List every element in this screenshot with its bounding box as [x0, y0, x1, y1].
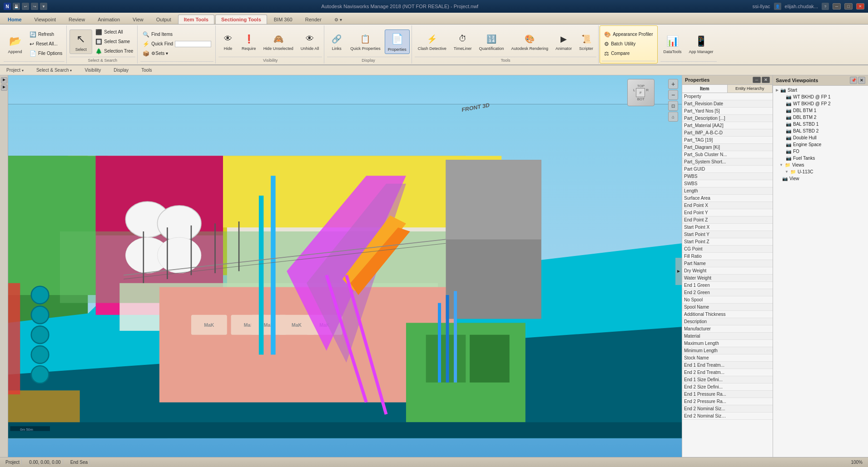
tab-item-tools[interactable]: Item Tools	[178, 15, 214, 24]
property-row[interactable]: End Point Y	[682, 209, 773, 216]
require-button[interactable]: ❗ Require	[238, 31, 259, 53]
tab-bim360[interactable]: BIM 360	[268, 15, 298, 24]
properties-list[interactable]: PropertyPart_Revision DatePart_Yard Nos …	[682, 93, 773, 467]
property-row[interactable]: CG Point	[682, 246, 773, 253]
appearance-profiler-button[interactable]: 🎨 Appearance Profiler	[602, 30, 655, 39]
property-row[interactable]: Start Point X	[682, 224, 773, 231]
viewpoint-item[interactable]: 📷BAL STBD 1	[774, 121, 867, 128]
scroll-right[interactable]: ▶	[675, 258, 682, 285]
tab-review[interactable]: Review	[63, 15, 91, 24]
animator-button[interactable]: ▶ Animator	[552, 31, 575, 53]
select-all-button[interactable]: ⬛ Select All	[93, 28, 135, 37]
close-button[interactable]: ✕	[856, 3, 864, 10]
viewpoint-item[interactable]: ▼📁Views	[774, 162, 867, 168]
viewpoint-item[interactable]: 📷FO	[774, 148, 867, 155]
property-row[interactable]: End 1 End Treatm...	[682, 362, 773, 369]
property-row[interactable]: Part Name	[682, 260, 773, 267]
expand-icon[interactable]: ▼	[785, 170, 789, 174]
property-row[interactable]: End Point X	[682, 202, 773, 209]
quick-find-button[interactable]: ⚡ Quick Find	[140, 39, 213, 49]
expand-icon[interactable]: ▶	[776, 88, 779, 92]
property-row[interactable]: End 1 Pressure Ra...	[682, 391, 773, 398]
viewpoint-item[interactable]: 📷WT BKHD @ FP 2	[774, 100, 867, 107]
tools-tab[interactable]: Tools	[139, 67, 154, 74]
property-row[interactable]: Spool Name	[682, 304, 773, 311]
app-manager-button[interactable]: 📱 App Manager	[686, 32, 717, 56]
property-row[interactable]: Dry Weight	[682, 267, 773, 275]
batch-utility-button[interactable]: ⚙ Batch Utility	[602, 39, 655, 49]
property-row[interactable]: Part_Yard Nos [5]	[682, 108, 773, 115]
home-button[interactable]: ⌂	[668, 112, 678, 122]
property-row[interactable]: End 2 Size Defini...	[682, 383, 773, 391]
property-row[interactable]: Stock Name	[682, 354, 773, 362]
refresh-button[interactable]: 🔄 Refresh	[27, 30, 64, 39]
property-row[interactable]: No Spool	[682, 296, 773, 304]
append-button[interactable]: 📂 Append	[4, 32, 26, 56]
property-row[interactable]: End 2 Nominal Size...	[682, 413, 773, 420]
quick-find-input[interactable]	[175, 41, 211, 47]
gutter-btn-2[interactable]: ▶	[1, 84, 7, 91]
project-dropdown[interactable]: Project ▾	[4, 67, 26, 74]
save-icon[interactable]: 💾	[13, 3, 20, 10]
select-button[interactable]: ↖ Select	[69, 29, 92, 54]
reset-all-button[interactable]: ↩ Reset All...	[27, 39, 64, 49]
viewpoint-item[interactable]: 📷BAL STBD 2	[774, 128, 867, 134]
property-row[interactable]: Start Point Y	[682, 231, 773, 238]
viewpoint-item[interactable]: 📷Fuel Tanks	[774, 155, 867, 162]
file-options-button[interactable]: 📄 File Options	[27, 49, 64, 58]
property-row[interactable]: Property	[682, 93, 773, 100]
viewpoint-item[interactable]: 📷DBL BTM 2	[774, 114, 867, 121]
minimize-button[interactable]: ─	[833, 3, 841, 10]
compare-button[interactable]: ⚖ Compare	[602, 49, 655, 58]
property-row[interactable]: SWBS	[682, 180, 773, 187]
property-row[interactable]: Additional Thickness	[682, 311, 773, 318]
unhide-all-button[interactable]: 👁 Unhide All	[298, 31, 322, 53]
viewpoint-item[interactable]: 📷Double Hull	[774, 134, 867, 141]
props-tab-item[interactable]: Item	[682, 85, 728, 93]
viewpoint-item[interactable]: 📷DBL BTM 1	[774, 107, 867, 114]
property-row[interactable]: Manufacturer	[682, 325, 773, 333]
quantification-button[interactable]: 🔢 Quantification	[476, 31, 507, 53]
property-row[interactable]: Surface Area	[682, 195, 773, 202]
property-row[interactable]: End Point Z	[682, 216, 773, 224]
nav-cube[interactable]: TOP LFR BOT	[627, 79, 655, 106]
property-row[interactable]: End 1 Green	[682, 282, 773, 289]
property-row[interactable]: Part_Revision Date	[682, 100, 773, 108]
property-row[interactable]: Part_IMP_A-B-C-D	[682, 129, 773, 137]
property-row[interactable]: Length	[682, 187, 773, 195]
vp-close-button[interactable]: ✕	[858, 77, 865, 84]
expand-icon[interactable]: ▼	[779, 163, 783, 167]
gutter-btn-1[interactable]: ▶	[1, 77, 7, 84]
property-row[interactable]: Material	[682, 333, 773, 340]
clash-detective-button[interactable]: ⚡ Clash Detective	[415, 31, 450, 53]
undo-icon[interactable]: ↩	[22, 3, 29, 10]
viewpoint-item[interactable]: 📷View	[774, 175, 867, 182]
tab-sectioning-tools[interactable]: Sectioning Tools	[215, 15, 267, 24]
tab-viewpoint[interactable]: Viewpoint	[29, 15, 62, 24]
property-row[interactable]: Part_Material [AA2]	[682, 122, 773, 129]
links-button[interactable]: 🔗 Links	[327, 31, 346, 53]
autodesk-rendering-button[interactable]: 🎨 Autodesk Rendering	[508, 31, 552, 53]
property-row[interactable]: End 2 Nominal Siz...	[682, 405, 773, 413]
property-row[interactable]: Part_Sub Cluster N...	[682, 151, 773, 158]
viewpoint-item[interactable]: 📷Engine Space	[774, 141, 867, 148]
viewpoint-item[interactable]: 📷WT BKHD @ FP 1	[774, 93, 867, 100]
property-row[interactable]: End 2 End Treatm...	[682, 369, 773, 376]
props-tab-entity[interactable]: Entity Hierarchy	[728, 85, 773, 93]
vp-pin-button[interactable]: 📌	[850, 77, 857, 84]
help-icon[interactable]: ?	[822, 3, 829, 10]
3d-viewport[interactable]: MaK MaK MaK MaK MaK	[8, 75, 682, 467]
tab-view[interactable]: View	[127, 15, 149, 24]
display-tab[interactable]: Display	[111, 67, 131, 74]
maximize-button[interactable]: □	[844, 3, 853, 10]
tab-output[interactable]: Output	[150, 15, 177, 24]
zoom-fit-button[interactable]: ⊡	[668, 101, 678, 111]
quick-properties-button[interactable]: 📋 Quick Properties	[347, 31, 384, 53]
props-close[interactable]: ✕	[762, 77, 770, 83]
redo-icon[interactable]: ↪	[31, 3, 38, 10]
tab-animation[interactable]: Animation	[92, 15, 126, 24]
property-row[interactable]: Maximum Length	[682, 340, 773, 347]
select-same-button[interactable]: 🔲 Select Same	[93, 37, 135, 46]
options-icon[interactable]: ▼	[40, 3, 47, 10]
visibility-tab[interactable]: Visibility	[82, 67, 104, 74]
